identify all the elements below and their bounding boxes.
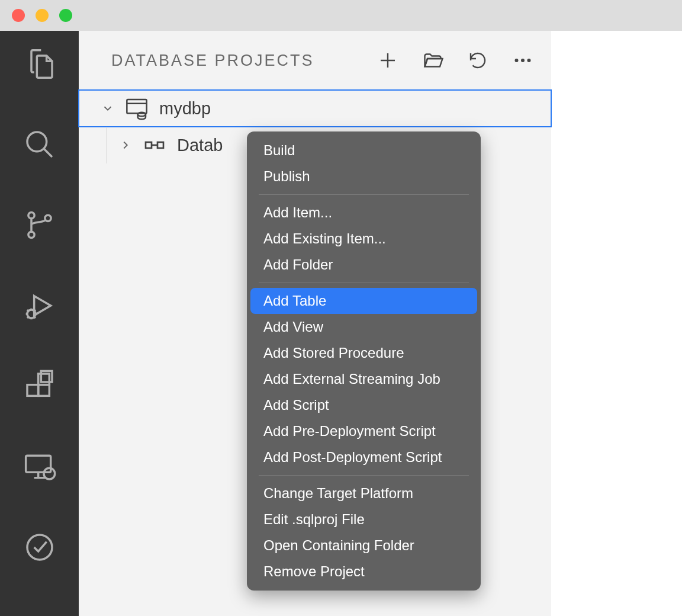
svg-point-1 [28,213,34,219]
svg-point-3 [44,215,50,221]
app-body: DATABASE PROJECTS [0,31,682,616]
menu-separator [259,475,469,476]
menu-open-containing-folder[interactable]: Open Containing Folder [250,532,477,559]
svg-point-15 [527,59,531,62]
menu-add-script[interactable]: Add Script [250,392,477,418]
explorer-icon[interactable] [23,47,56,81]
menu-remove-project[interactable]: Remove Project [250,559,477,585]
svg-point-17 [138,113,146,117]
chevron-down-icon [101,102,114,115]
child-label: Datab [177,136,223,155]
tree-item-project[interactable]: mydbp [79,90,551,127]
source-control-icon[interactable] [23,208,56,242]
chevron-right-icon [119,139,132,152]
svg-point-11 [44,468,55,479]
menu-add-table[interactable]: Add Table [250,288,477,314]
menu-edit-sqlproj[interactable]: Edit .sqlproj File [250,506,477,532]
svg-rect-18 [146,142,152,148]
window-zoom-button[interactable] [59,9,72,22]
more-actions-icon[interactable] [512,50,533,71]
svg-rect-9 [41,371,52,382]
svg-point-12 [27,535,52,560]
extensions-icon[interactable] [23,370,56,403]
app-window: DATABASE PROJECTS [0,0,682,616]
new-project-icon[interactable] [377,50,398,71]
svg-rect-19 [157,142,163,148]
menu-separator [259,283,469,283]
svg-rect-6 [38,385,49,396]
title-bar [0,0,682,31]
panel-actions [377,50,533,71]
remote-icon[interactable] [23,450,56,483]
menu-add-item[interactable]: Add Item... [250,200,477,226]
panel-header: DATABASE PROJECTS [79,31,551,90]
panel-title: DATABASE PROJECTS [111,52,314,70]
svg-rect-16 [127,100,146,113]
svg-point-13 [515,59,519,62]
menu-add-post-deployment-script[interactable]: Add Post-Deployment Script [250,444,477,470]
activity-bar [0,31,79,616]
menu-add-external-streaming-job[interactable]: Add External Streaming Job [250,366,477,392]
task-icon[interactable] [23,531,56,564]
menu-publish[interactable]: Publish [250,163,477,190]
menu-change-target-platform[interactable]: Change Target Platform [250,480,477,506]
window-minimize-button[interactable] [36,9,49,22]
menu-add-stored-procedure[interactable]: Add Stored Procedure [250,340,477,366]
svg-rect-5 [27,385,38,396]
menu-add-pre-deployment-script[interactable]: Add Pre-Deployment Script [250,418,477,444]
editor-area [551,31,682,616]
database-project-icon [125,97,149,120]
run-debug-icon[interactable] [23,289,56,322]
search-icon[interactable] [23,128,56,161]
menu-add-folder[interactable]: Add Folder [250,252,477,278]
svg-point-0 [27,132,47,152]
tree-guide [107,127,107,163]
open-folder-icon[interactable] [422,50,443,71]
context-menu: Build Publish Add Item... Add Existing I… [247,131,481,591]
svg-rect-7 [38,374,49,385]
menu-separator [259,194,469,195]
window-close-button[interactable] [12,9,25,22]
refresh-icon[interactable] [467,50,488,71]
menu-add-view[interactable]: Add View [250,314,477,340]
svg-point-14 [521,59,525,62]
menu-add-existing-item[interactable]: Add Existing Item... [250,226,477,252]
svg-point-2 [28,232,34,238]
project-name-label: mydbp [159,99,211,118]
references-icon [143,133,166,157]
menu-build[interactable]: Build [250,137,477,163]
